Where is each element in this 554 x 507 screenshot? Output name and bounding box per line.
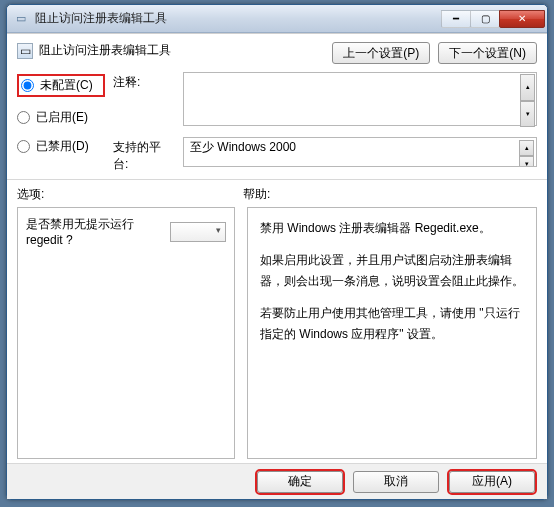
help-panel: 禁用 Windows 注册表编辑器 Regedit.exe。 如果启用此设置，并… (247, 207, 537, 459)
comment-label: 注释: (113, 74, 175, 91)
lower-headers: 选项: 帮助: (17, 186, 537, 203)
platform-text: 至少 Windows 2000 (190, 140, 296, 154)
radio-disabled-input[interactable] (17, 140, 30, 153)
option-question: 是否禁用无提示运行 regedit ? (26, 216, 164, 247)
help-p2: 如果启用此设置，并且用户试图启动注册表编辑器，则会出现一条消息，说明设置会阻止此… (260, 250, 524, 291)
radio-not-configured-input[interactable] (21, 79, 34, 92)
options-panel: 是否禁用无提示运行 regedit ? (17, 207, 235, 459)
help-p1: 禁用 Windows 注册表编辑器 Regedit.exe。 (260, 218, 524, 238)
titlebar[interactable]: ▭ 阻止访问注册表编辑工具 ━ ▢ ✕ (7, 5, 547, 33)
apply-button[interactable]: 应用(A) (449, 471, 535, 493)
radio-enabled-label: 已启用(E) (36, 109, 88, 126)
option-row: 是否禁用无提示运行 regedit ? (26, 216, 226, 247)
radio-not-configured-label: 未配置(C) (40, 77, 93, 94)
window-controls: ━ ▢ ✕ (442, 10, 545, 28)
content-area: ▭ 阻止访问注册表编辑工具 上一个设置(P) 下一个设置(N) 未配置(C) (7, 33, 547, 499)
maximize-button[interactable]: ▢ (470, 10, 500, 28)
help-p3: 若要防止用户使用其他管理工具，请使用 "只运行指定的 Windows 应用程序"… (260, 303, 524, 344)
help-label: 帮助: (243, 186, 270, 203)
minimize-button[interactable]: ━ (441, 10, 471, 28)
radio-group: 未配置(C) 已启用(E) 已禁用(D) (17, 72, 105, 155)
field-inputs: ▴▾ 至少 Windows 2000 ▴▾ (183, 72, 537, 167)
policy-name: 阻止访问注册表编辑工具 (39, 42, 171, 59)
cancel-button[interactable]: 取消 (353, 471, 439, 493)
ok-button[interactable]: 确定 (257, 471, 343, 493)
policy-header: ▭ 阻止访问注册表编辑工具 (17, 42, 332, 59)
next-setting-button[interactable]: 下一个设置(N) (438, 42, 537, 64)
platform-label: 支持的平台: (113, 139, 175, 173)
radio-not-configured[interactable]: 未配置(C) (21, 77, 93, 94)
comment-spinner[interactable]: ▴▾ (520, 74, 535, 127)
field-labels: 注释: 支持的平台: (113, 72, 175, 173)
window-title: 阻止访问注册表编辑工具 (35, 10, 442, 27)
radio-disabled-label: 已禁用(D) (36, 138, 89, 155)
comment-input[interactable] (183, 72, 537, 126)
header-policy-icon: ▭ (17, 43, 33, 59)
radio-enabled[interactable]: 已启用(E) (17, 109, 105, 126)
option-select[interactable] (170, 222, 226, 242)
upper-panel: ▭ 阻止访问注册表编辑工具 上一个设置(P) 下一个设置(N) 未配置(C) (7, 34, 547, 180)
radio-not-configured-wrap: 未配置(C) (17, 74, 105, 97)
platform-spinner[interactable]: ▴▾ (519, 140, 534, 164)
lower-columns: 是否禁用无提示运行 regedit ? 禁用 Windows 注册表编辑器 Re… (17, 207, 537, 459)
prev-setting-button[interactable]: 上一个设置(P) (332, 42, 430, 64)
radio-disabled[interactable]: 已禁用(D) (17, 138, 105, 155)
dialog-window: ▭ 阻止访问注册表编辑工具 ━ ▢ ✕ ▭ 阻止访问注册表编辑工具 上一个设置(… (6, 4, 548, 500)
policy-icon: ▭ (13, 11, 29, 27)
platform-box: 至少 Windows 2000 ▴▾ (183, 137, 537, 167)
nav-buttons: 上一个设置(P) 下一个设置(N) (332, 42, 537, 64)
options-label: 选项: (17, 186, 243, 203)
lower-panel: 选项: 帮助: 是否禁用无提示运行 regedit ? 禁用 Windows 注… (7, 180, 547, 463)
config-row: 未配置(C) 已启用(E) 已禁用(D) 注释: 支持的平台: (17, 72, 537, 173)
dialog-footer: 确定 取消 应用(A) (7, 463, 547, 499)
radio-enabled-input[interactable] (17, 111, 30, 124)
close-button[interactable]: ✕ (499, 10, 545, 28)
